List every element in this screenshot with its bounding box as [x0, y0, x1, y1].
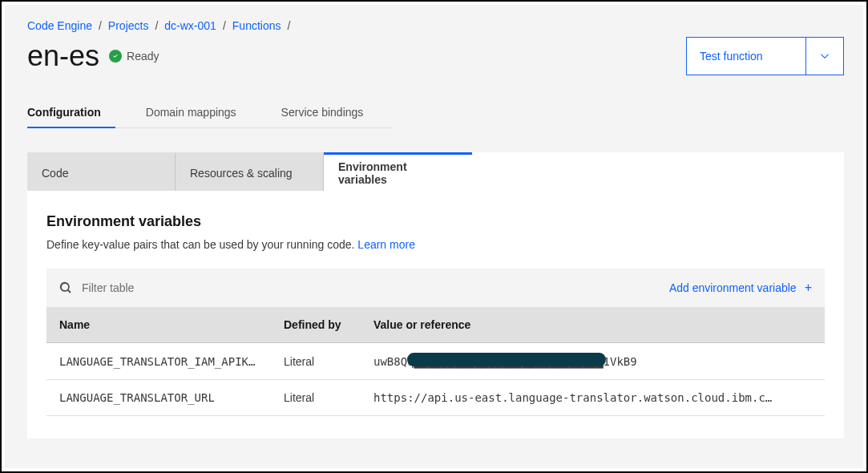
env-defined-by: Literal [271, 343, 361, 380]
search-icon [59, 281, 72, 294]
env-value: uwB8Qq████████████████████████████1VkB9 [361, 343, 825, 380]
table-toolbar: Add environment variable + [46, 269, 825, 307]
filter-table-input[interactable] [80, 281, 661, 295]
table-row[interactable]: LANGUAGE_TRANSLATOR_URL Literal https://… [46, 380, 825, 416]
column-header-defined-by[interactable]: Defined by [271, 307, 361, 343]
env-name: LANGUAGE_TRANSLATOR_URL [46, 380, 271, 416]
env-name: LANGUAGE_TRANSLATOR_IAM_APIKEY [46, 343, 271, 380]
subtab-environment-variables[interactable]: Environment variables [324, 152, 472, 191]
learn-more-link[interactable]: Learn more [357, 238, 415, 251]
column-header-name[interactable]: Name [46, 307, 271, 343]
plus-icon: + [805, 281, 812, 295]
redaction-bar [407, 353, 606, 366]
test-function-button[interactable]: Test function [686, 37, 806, 75]
configuration-card: Code Resources & scaling Environment var… [27, 152, 844, 439]
env-value: https://api.us-east.language-translator.… [361, 380, 825, 416]
breadcrumb-item[interactable]: dc-wx-001 [164, 19, 216, 32]
column-header-value[interactable]: Value or reference [361, 307, 825, 343]
add-env-label: Add environment variable [669, 281, 797, 294]
status-label: Ready [127, 50, 159, 63]
section-title: Environment variables [46, 213, 825, 230]
primary-tabs: Configuration Domain mappings Service bi… [27, 98, 392, 128]
table-row[interactable]: LANGUAGE_TRANSLATOR_IAM_APIKEY Literal u… [46, 343, 825, 380]
breadcrumb: Code Engine / Projects / dc-wx-001 / Fun… [27, 19, 844, 32]
page-title: en-es [27, 39, 99, 73]
breadcrumb-separator: / [288, 19, 291, 32]
env-variables-table: Name Defined by Value or reference LANGU… [46, 307, 825, 416]
subtab-code[interactable]: Code [27, 152, 176, 191]
breadcrumb-item[interactable]: Projects [108, 19, 149, 32]
breadcrumb-item[interactable]: Functions [232, 19, 281, 32]
chevron-down-icon [818, 50, 831, 63]
status-badge: Ready [109, 50, 159, 63]
tab-domain-mappings[interactable]: Domain mappings [146, 98, 251, 128]
check-circle-icon [109, 50, 122, 63]
subtab-resources-scaling[interactable]: Resources & scaling [176, 152, 324, 191]
breadcrumb-separator: / [223, 19, 226, 32]
breadcrumb-separator: / [99, 19, 102, 32]
env-defined-by: Literal [271, 380, 361, 416]
breadcrumb-separator: / [155, 19, 158, 32]
tab-configuration[interactable]: Configuration [27, 98, 115, 128]
add-environment-variable-button[interactable]: Add environment variable + [669, 281, 812, 295]
test-function-dropdown[interactable] [805, 37, 844, 75]
breadcrumb-item[interactable]: Code Engine [27, 19, 92, 32]
tab-service-bindings[interactable]: Service bindings [281, 98, 378, 128]
section-description: Define key-value pairs that can be used … [46, 238, 825, 251]
